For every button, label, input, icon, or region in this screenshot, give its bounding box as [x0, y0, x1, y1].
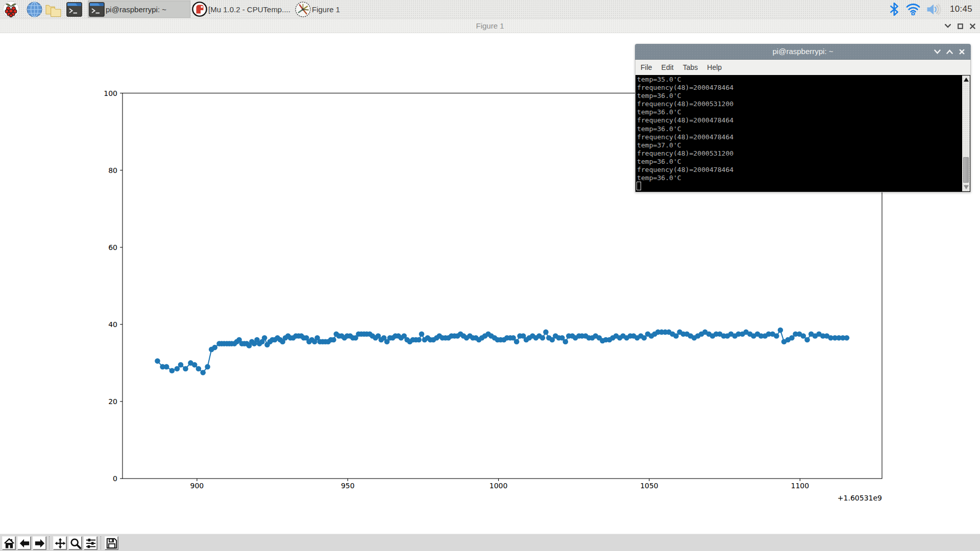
terminal-minimize-button[interactable]: [931, 44, 943, 59]
toolbar-separator: [101, 536, 102, 549]
save-button[interactable]: [105, 536, 118, 550]
taskbar-clock: 10:45: [950, 4, 972, 14]
chevron-down-icon: [934, 49, 941, 54]
arrow-left-icon: [19, 538, 30, 549]
close-icon: [970, 23, 975, 29]
x-tick-label: 950: [341, 482, 355, 490]
globe-icon: [27, 2, 42, 17]
data-point-marker: [774, 333, 779, 339]
terminal-close-button[interactable]: [955, 44, 968, 59]
mu-icon: [192, 2, 207, 17]
data-point-marker: [200, 370, 206, 375]
terminal-console[interactable]: temp=35.0'C frequency(48)=2000478464 tem…: [635, 75, 971, 192]
wifi-icon: [906, 3, 920, 15]
y-tick-label: 40: [108, 320, 117, 329]
bluetooth-button[interactable]: [889, 3, 900, 16]
x-tick-label: 1050: [640, 482, 658, 490]
data-point-marker: [801, 333, 806, 339]
data-point-marker: [192, 362, 198, 368]
x-tick-label: 1000: [489, 482, 508, 490]
magnifier-icon: [70, 538, 81, 549]
volume-button[interactable]: [926, 3, 942, 16]
zoom-button[interactable]: [68, 536, 82, 550]
data-point-marker: [196, 366, 202, 371]
figure-close-button[interactable]: [966, 19, 978, 33]
terminal-titlebar[interactable]: pi@raspberrypi: ~: [635, 44, 971, 60]
data-point-marker: [419, 331, 425, 337]
task-button-label: Figure 1: [312, 5, 340, 14]
data-point-marker: [540, 335, 546, 341]
y-tick-label: 60: [108, 243, 117, 252]
figure-window-title: Figure 1: [0, 19, 980, 33]
scroll-up-arrow-icon[interactable]: [963, 77, 969, 83]
home-icon: [4, 538, 15, 549]
matplotlib-icon: [295, 2, 311, 17]
back-button[interactable]: [17, 536, 31, 550]
task-button-terminal[interactable]: pi@raspberrypi: ~: [88, 1, 190, 18]
toolbar-separator: [49, 536, 50, 549]
task-button-mu[interactable]: [Mu 1.0.2 - CPUTemp....: [191, 1, 293, 18]
terminal-cursor: [636, 182, 641, 190]
x-axis-offset-label: +1.60531e9: [838, 494, 882, 502]
data-point-marker: [804, 337, 810, 343]
data-point-marker: [778, 328, 783, 333]
launcher-file-manager[interactable]: [45, 1, 62, 18]
home-button[interactable]: [2, 536, 16, 550]
launcher-menu[interactable]: [3, 1, 19, 18]
maximize-icon: [958, 23, 963, 29]
figure-maximize-button[interactable]: [954, 19, 966, 33]
terminal-menu-help[interactable]: Help: [707, 61, 722, 73]
data-point-marker: [331, 337, 336, 343]
data-point-marker: [183, 366, 188, 371]
terminal-menu-file[interactable]: File: [641, 61, 652, 73]
chevron-up-icon: [946, 49, 953, 54]
data-point-marker: [514, 339, 520, 345]
data-point-marker: [178, 362, 184, 368]
x-tick-label: 900: [190, 482, 204, 490]
terminal-window: pi@raspberrypi: ~ FileEditTabsHelp temp=…: [635, 44, 971, 192]
terminal-icon: [66, 2, 82, 17]
y-tick-label: 20: [108, 397, 117, 406]
x-tick-label: 1100: [791, 482, 810, 490]
raspberry-menu-icon: [3, 1, 19, 18]
task-button-label: [Mu 1.0.2 - CPUTemp....: [208, 5, 290, 14]
task-button-figure[interactable]: Figure 1: [295, 1, 397, 18]
figure-titlebar[interactable]: Figure 1: [0, 19, 980, 33]
arrow-right-icon: [34, 538, 45, 549]
file-manager-icon: [45, 2, 62, 17]
configure-subplots-button[interactable]: [84, 536, 97, 550]
y-tick-label: 80: [108, 166, 117, 174]
data-point-marker: [416, 337, 422, 343]
scroll-down-arrow-icon[interactable]: [963, 184, 969, 190]
bluetooth-icon: [889, 3, 900, 16]
terminal-icon: [89, 2, 105, 17]
wifi-button[interactable]: [906, 3, 920, 15]
data-point-marker: [212, 345, 218, 350]
volume-icon: [926, 3, 942, 16]
chevron-down-icon: [945, 24, 951, 28]
terminal-menu-tabs[interactable]: Tabs: [683, 61, 698, 73]
scrollbar-thumb[interactable]: [963, 157, 969, 183]
y-tick-label: 100: [104, 89, 117, 97]
launcher-browser[interactable]: [26, 1, 43, 18]
task-button-label: pi@raspberrypi: ~: [106, 5, 166, 14]
terminal-output: temp=35.0'C frequency(48)=2000478464 tem…: [637, 76, 733, 182]
launcher-terminal[interactable]: [66, 1, 83, 18]
data-point-marker: [844, 335, 850, 341]
data-point-marker: [169, 368, 175, 373]
taskbar: pi@raspberrypi: ~ [Mu 1.0.2 - CPUTemp...…: [0, 0, 980, 19]
forward-button[interactable]: [33, 536, 46, 550]
figure-minimize-button[interactable]: [942, 19, 954, 33]
terminal-window-title: pi@raspberrypi: ~: [635, 44, 971, 60]
terminal-maximize-button[interactable]: [943, 44, 955, 59]
terminal-scrollbar[interactable]: [962, 76, 970, 191]
terminal-menu-edit[interactable]: Edit: [662, 61, 674, 73]
matplotlib-toolbar: [0, 534, 980, 551]
data-point-marker: [164, 364, 169, 370]
move-icon: [55, 538, 66, 549]
desktop: Figure 1 900950100010501100020406080100+…: [0, 0, 980, 551]
pan-button[interactable]: [53, 536, 67, 550]
sliders-icon: [85, 538, 96, 549]
data-point-marker: [563, 339, 569, 345]
close-icon: [959, 49, 965, 55]
